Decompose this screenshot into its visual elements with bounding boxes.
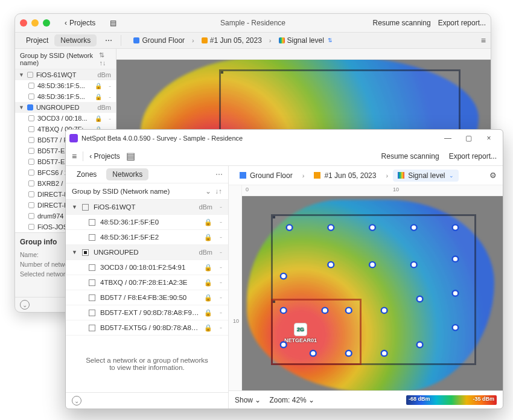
checkbox[interactable]	[28, 159, 34, 165]
group-by-selector[interactable]: Group by SSID (Network name)⇅ ↑↓	[15, 49, 116, 69]
settings-icon[interactable]: ⚙	[489, 171, 497, 180]
close-icon[interactable]	[20, 19, 27, 27]
chevron-updown-icon: ⇅	[328, 37, 333, 43]
checkbox[interactable]	[89, 219, 95, 226]
checkbox[interactable]	[28, 213, 34, 219]
ruler-vertical: 10	[229, 185, 242, 390]
sidebar-toggle-button[interactable]: ▤	[105, 18, 121, 28]
checkbox[interactable]	[28, 170, 34, 176]
disclosure-icon: ▼	[72, 204, 77, 210]
network-row[interactable]: BD5T7-EXT / 90:8D:78:A8:F9:5A🔒-	[66, 305, 228, 320]
svg-point-25	[453, 224, 459, 230]
gradient-icon	[398, 172, 404, 179]
back-projects-button[interactable]: ‹ Projects	[60, 18, 100, 28]
info-placeholder: Select a network or a group of networks …	[66, 336, 228, 392]
network-group-header[interactable]: ▼FiOS-61WQTdBm-	[66, 200, 228, 215]
gradient-icon	[279, 37, 285, 43]
checkbox[interactable]	[89, 310, 95, 316]
group-by-selector[interactable]: Group by SSID (Network name) ⌄ ↓↑	[66, 183, 228, 200]
tab-networks[interactable]: Networks	[54, 34, 97, 46]
status-icon[interactable]: ⌄	[72, 396, 81, 406]
resume-scanning-button[interactable]: Resume scanning	[381, 152, 439, 161]
checkbox[interactable]	[89, 279, 95, 286]
checkbox[interactable]	[82, 204, 89, 211]
show-menu[interactable]: Show ⌄	[235, 396, 261, 404]
heatmap-viewport[interactable]: 2G NETGEAR01	[242, 196, 503, 390]
breadcrumb-floor[interactable]: Ground Floor	[235, 170, 298, 182]
breadcrumb-snapshot[interactable]: #1 Jun 05, 2023	[198, 35, 266, 46]
traffic-lights	[20, 19, 50, 27]
svg-point-28	[453, 325, 459, 330]
more-icon[interactable]: ⋯	[100, 35, 117, 46]
export-report-button[interactable]: Export report...	[438, 19, 486, 27]
checkbox[interactable]	[28, 126, 34, 132]
lock-icon: 🔒	[95, 94, 102, 100]
checkbox[interactable]	[28, 83, 34, 89]
chevron-left-icon: ‹	[65, 19, 67, 27]
tab-networks[interactable]: Networks	[106, 168, 148, 180]
menu-icon[interactable]: ≡	[72, 151, 77, 161]
network-row[interactable]: 48:5D:36:1F:5F:E0🔒-	[66, 215, 228, 230]
checkbox[interactable]	[82, 249, 89, 256]
network-row[interactable]: BD5T7 / F8:E4:FB:3E:90:50🔒-	[66, 290, 228, 305]
svg-point-35	[281, 273, 287, 279]
settings-icon[interactable]: ≡	[481, 36, 486, 45]
network-row[interactable]: 3OCD3 / 00:18...🔒-	[15, 113, 116, 124]
svg-point-34	[281, 308, 287, 313]
lock-icon: 🔒	[95, 83, 102, 89]
checkbox[interactable]	[27, 72, 33, 78]
sidebar-icon[interactable]: ▤	[126, 150, 135, 162]
close-icon[interactable]: ×	[479, 134, 499, 142]
back-label: Projects	[69, 19, 95, 27]
network-row[interactable]: 3OCD3 / 00:18:01:F2:54:91🔒-	[66, 260, 228, 275]
export-report-button[interactable]: Export report...	[449, 152, 497, 161]
zoom-menu[interactable]: Zoom: 42% ⌄	[269, 396, 314, 404]
svg-point-40	[346, 308, 352, 313]
network-group-header[interactable]: ▼FiOS-61WQTdBm	[15, 69, 116, 80]
zoom-icon[interactable]	[43, 19, 50, 27]
network-group-header[interactable]: ▼UNGROUPEDdBm-	[66, 245, 228, 260]
checkbox[interactable]	[28, 224, 34, 230]
svg-point-37	[369, 262, 375, 267]
checkbox[interactable]	[28, 148, 34, 154]
back-projects-button[interactable]: ‹ Projects	[89, 152, 120, 161]
network-row[interactable]: 4TBXQ / 00:7F:28:E1:A2:3E🔒-	[66, 275, 228, 290]
checkbox[interactable]	[28, 115, 34, 121]
network-row[interactable]: 48:5D:36:1F:5F:E2🔒-	[66, 230, 228, 245]
checkbox[interactable]	[89, 264, 95, 271]
network-row[interactable]: 48:5D:36:1F:5...🔒-	[15, 80, 116, 91]
checkbox[interactable]	[28, 191, 34, 197]
network-list: ▼FiOS-61WQTdBm-48:5D:36:1F:5F:E0🔒-48:5D:…	[66, 200, 228, 336]
resume-scanning-button[interactable]: Resume scanning	[373, 19, 431, 27]
checkbox[interactable]	[89, 294, 95, 301]
checkbox[interactable]	[89, 234, 95, 241]
breadcrumb-visualization[interactable]: Signal level⇅	[275, 35, 336, 46]
checkbox[interactable]	[89, 325, 95, 331]
breadcrumb-visualization[interactable]: Signal level ⌄	[393, 170, 458, 182]
tab-zones[interactable]: Zones	[71, 168, 103, 180]
status-icon[interactable]: ⌄	[20, 300, 30, 310]
minimize-icon[interactable]: —	[438, 134, 458, 142]
lock-icon: 🔒	[204, 309, 212, 317]
network-row[interactable]: 48:5D:36:1F:5...🔒-	[15, 91, 116, 102]
chevron-down-icon: ⌄	[255, 396, 261, 404]
minimize-icon[interactable]	[31, 19, 39, 27]
tab-project[interactable]: Project	[20, 34, 54, 46]
svg-point-23	[369, 224, 375, 230]
breadcrumb-snapshot[interactable]: #1 Jun 05, 2023	[309, 170, 381, 182]
survey-path	[242, 196, 503, 390]
app-icon	[69, 134, 78, 142]
checkbox[interactable]	[28, 94, 34, 100]
checkbox[interactable]	[28, 180, 34, 186]
network-group-header[interactable]: ▼UNGROUPEDdBm	[15, 102, 116, 113]
checkbox[interactable]	[28, 137, 34, 143]
breadcrumb-floor[interactable]: Ground Floor	[130, 35, 188, 46]
lock-icon: 🔒	[204, 324, 212, 332]
maximize-icon[interactable]: ▢	[458, 134, 479, 142]
chevron-right-icon: ›	[386, 172, 388, 179]
checkbox[interactable]	[28, 202, 34, 208]
network-row[interactable]: BD5T7-EXT5G / 90:8D:78:A8:F9:5C🔒-	[66, 320, 228, 336]
more-icon[interactable]: ⋯	[215, 170, 223, 179]
win-titlebar: NetSpot Beta 4.0.0.590 - Survey - Sample…	[66, 130, 503, 147]
checkbox[interactable]	[27, 104, 33, 110]
